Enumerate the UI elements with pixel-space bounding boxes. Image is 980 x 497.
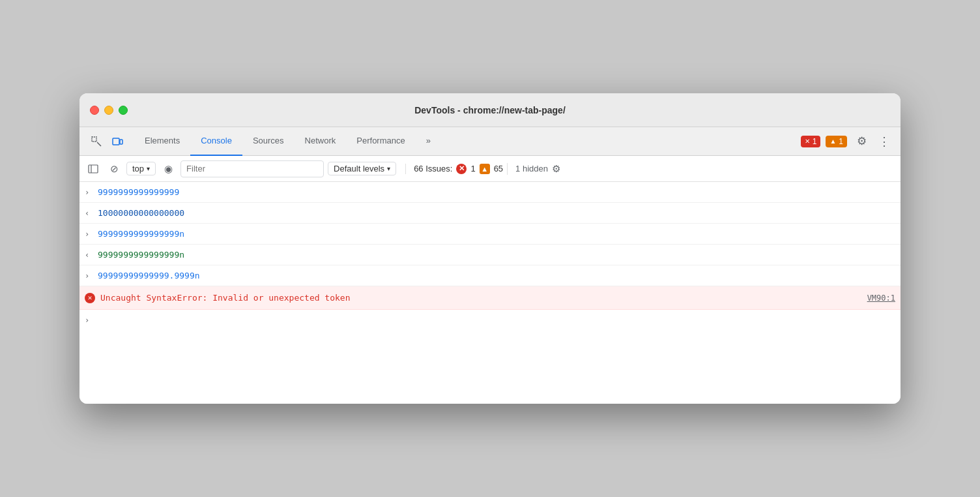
minimize-button[interactable]	[104, 106, 113, 115]
console-row: ‹ 9999999999999999n	[79, 245, 901, 265]
chevron-down-icon: ▾	[387, 165, 390, 172]
more-menu-button[interactable]: ⋮	[876, 132, 893, 151]
expand-arrow[interactable]: ›	[85, 188, 89, 197]
prompt-arrow: ›	[85, 316, 89, 325]
console-prompt[interactable]: ›	[79, 310, 901, 331]
console-row: › 99999999999999.9999n	[79, 265, 901, 286]
eye-icon: ◉	[164, 163, 173, 175]
tab-performance[interactable]: Performance	[346, 127, 415, 156]
device-icon	[111, 136, 123, 147]
eye-button[interactable]: ◉	[160, 160, 177, 177]
sidebar-icon	[88, 164, 98, 174]
issues-error-icon: ✕	[456, 164, 467, 174]
window-title: DevTools - chrome://new-tab-page/	[414, 105, 566, 115]
tab-list: Elements Console Sources Network Perform…	[134, 127, 441, 156]
svg-rect-2	[120, 140, 122, 144]
error-x-icon: ✕	[805, 138, 810, 145]
tab-console[interactable]: Console	[190, 127, 242, 156]
issues-area: 66 Issues: ✕ 1 ▲ 65	[405, 164, 503, 174]
svg-rect-1	[113, 138, 119, 145]
svg-rect-3	[89, 165, 98, 173]
context-selector[interactable]: top ▾	[126, 162, 156, 175]
console-row: › 9999999999999999	[79, 182, 901, 203]
warn-badge[interactable]: ▲ 1	[826, 136, 847, 147]
expand-arrow[interactable]: ›	[85, 230, 89, 239]
warn-icon: ▲	[829, 138, 836, 145]
filter-input[interactable]	[180, 160, 324, 177]
output-arrow: ‹	[85, 250, 89, 260]
device-toggle-button[interactable]	[108, 132, 126, 151]
ban-icon: ⊘	[110, 163, 119, 175]
chevron-down-icon: ▾	[147, 165, 150, 172]
tab-sources[interactable]: Sources	[242, 127, 295, 156]
clear-button[interactable]: ⊘	[106, 160, 122, 177]
tab-elements[interactable]: Elements	[134, 127, 190, 156]
console-row: ‹ 10000000000000000	[79, 203, 901, 224]
sidebar-toggle-button[interactable]	[85, 160, 102, 177]
gear-settings-icon[interactable]: ⚙	[552, 163, 560, 175]
default-levels-dropdown[interactable]: Default levels ▾	[328, 162, 396, 175]
settings-button[interactable]: ⚙	[852, 132, 871, 151]
error-icon: ✕	[85, 293, 95, 303]
console-toolbar: ⊘ top ▾ ◉ Default levels ▾ 66 Issues: ✕ …	[79, 156, 901, 182]
issues-warn-icon: ▲	[480, 164, 490, 174]
console-row: › 9999999999999999n	[79, 224, 901, 245]
console-content: › 9999999999999999 ‹ 10000000000000000 ›…	[79, 182, 901, 404]
tab-more[interactable]: »	[416, 127, 441, 156]
main-toolbar: Elements Console Sources Network Perform…	[79, 127, 901, 156]
traffic-lights	[90, 106, 128, 115]
toolbar-icons-left	[87, 132, 126, 151]
inspect-icon	[91, 136, 102, 147]
devtools-window: DevTools - chrome://new-tab-page/ Elemen…	[79, 93, 901, 404]
maximize-button[interactable]	[119, 106, 128, 115]
error-row: ✕ Uncaught SyntaxError: Invalid or unexp…	[79, 286, 901, 310]
svg-rect-0	[92, 137, 96, 142]
toolbar-right: ✕ 1 ▲ 1 ⚙ ⋮	[801, 132, 893, 151]
inspect-element-button[interactable]	[87, 132, 106, 151]
expand-arrow[interactable]: ›	[85, 271, 89, 280]
gear-icon: ⚙	[857, 134, 867, 148]
tab-network[interactable]: Network	[295, 127, 347, 156]
error-badge[interactable]: ✕ 1	[801, 136, 821, 147]
output-arrow: ‹	[85, 209, 89, 218]
hidden-info: 1 hidden ⚙	[507, 163, 560, 175]
close-button[interactable]	[90, 106, 99, 115]
titlebar: DevTools - chrome://new-tab-page/	[79, 93, 901, 127]
